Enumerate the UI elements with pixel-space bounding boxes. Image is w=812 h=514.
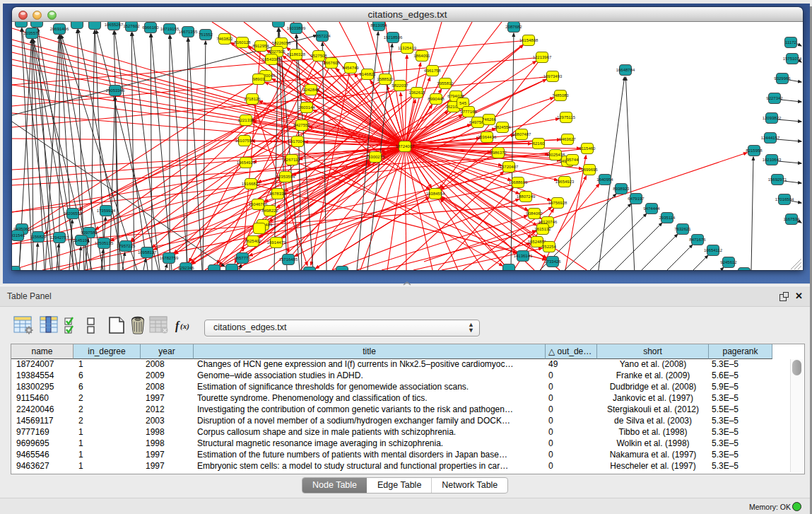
svg-text:10655267: 10655267 <box>105 23 124 27</box>
svg-text:16914479: 16914479 <box>267 240 286 245</box>
svg-text:8498222: 8498222 <box>261 209 278 213</box>
svg-text:1527602: 1527602 <box>123 24 140 28</box>
svg-text:15692971: 15692971 <box>768 177 787 182</box>
svg-text:8813054: 8813054 <box>370 23 387 28</box>
svg-text:2035572: 2035572 <box>23 31 40 35</box>
svg-text:917004: 917004 <box>290 139 305 144</box>
svg-text:1362615: 1362615 <box>408 90 425 95</box>
svg-text:1733426: 1733426 <box>544 259 561 264</box>
svg-text:10210643: 10210643 <box>763 158 782 162</box>
svg-text:1615132: 1615132 <box>534 227 551 231</box>
svg-text:5822037: 5822037 <box>392 83 408 88</box>
svg-text:7986372: 7986372 <box>490 151 507 155</box>
svg-text:7625402: 7625402 <box>245 239 261 243</box>
svg-text:9227342: 9227342 <box>766 96 783 100</box>
svg-text:12213967: 12213967 <box>533 55 552 59</box>
svg-text:16671355: 16671355 <box>179 30 198 34</box>
svg-text:545: 545 <box>459 101 467 105</box>
svg-text:8678334: 8678334 <box>269 192 286 196</box>
svg-text:16033809: 16033809 <box>287 26 306 30</box>
svg-text:8912954: 8912954 <box>252 44 269 48</box>
svg-text:18724007: 18724007 <box>396 144 415 148</box>
svg-text:7485083: 7485083 <box>552 93 569 98</box>
svg-text:9146821: 9146821 <box>359 72 376 76</box>
svg-text:9527508: 9527508 <box>310 54 327 58</box>
svg-text:10973493: 10973493 <box>543 74 563 78</box>
svg-text:16154808: 16154808 <box>519 38 539 42</box>
svg-text:19218506: 19218506 <box>384 35 403 40</box>
svg-text:12975115: 12975115 <box>557 115 576 119</box>
svg-text:8215958: 8215958 <box>746 148 763 153</box>
svg-text:16648784: 16648784 <box>616 68 635 72</box>
svg-text:1588520: 1588520 <box>377 77 394 81</box>
svg-text:8990448: 8990448 <box>428 97 445 101</box>
svg-text:1640954: 1640954 <box>596 177 613 182</box>
svg-text:10688609: 10688609 <box>509 180 528 185</box>
svg-text:12505135: 12505135 <box>95 241 114 245</box>
svg-text:1864091: 1864091 <box>413 54 430 58</box>
svg-text:1221338: 1221338 <box>237 118 254 122</box>
svg-text:62160: 62160 <box>533 141 545 146</box>
svg-text:81186328: 81186328 <box>287 52 306 57</box>
svg-text:931546: 931546 <box>12 233 25 238</box>
svg-text:12353594: 12353594 <box>276 175 295 179</box>
svg-text:17957225: 17957225 <box>117 244 136 248</box>
svg-text:95744: 95744 <box>567 158 579 162</box>
svg-text:10107554: 10107554 <box>235 139 254 143</box>
svg-text:9329966: 9329966 <box>774 76 791 81</box>
svg-text:17359924: 17359924 <box>97 209 116 213</box>
svg-text:f: f <box>175 320 180 332</box>
svg-text:751552: 751552 <box>199 33 213 37</box>
svg-text:7632621: 7632621 <box>674 227 691 231</box>
svg-text:8454749: 8454749 <box>342 66 359 70</box>
svg-text:11325419: 11325419 <box>398 46 417 50</box>
svg-text:10807487: 10807487 <box>512 132 531 136</box>
svg-text:29053346: 29053346 <box>106 88 125 93</box>
svg-text:8938923: 8938923 <box>613 187 630 191</box>
svg-text:20691406: 20691406 <box>50 27 69 31</box>
svg-text:10719155: 10719155 <box>160 27 180 31</box>
svg-text:2667608: 2667608 <box>323 61 340 65</box>
svg-text:8267110: 8267110 <box>284 158 301 162</box>
svg-text:1156829: 1156829 <box>30 235 47 239</box>
svg-text:9777169: 9777169 <box>460 110 477 114</box>
svg-text:3824554: 3824554 <box>494 125 511 129</box>
svg-text:15751074: 15751074 <box>783 57 802 61</box>
svg-text:19384554: 19384554 <box>426 192 445 196</box>
svg-text:14136141: 14136141 <box>514 254 533 258</box>
svg-text:9463627: 9463627 <box>559 137 576 141</box>
svg-text:20206553: 20206553 <box>64 211 83 216</box>
svg-text:2087682: 2087682 <box>505 25 522 29</box>
svg-text:(x): (x) <box>180 322 189 331</box>
svg-text:9242845: 9242845 <box>302 88 319 92</box>
svg-text:11172: 11172 <box>785 40 796 45</box>
svg-text:9657771: 9657771 <box>234 256 251 260</box>
svg-text:9699695: 9699695 <box>581 168 598 172</box>
svg-text:1145194: 1145194 <box>73 238 90 243</box>
svg-text:8160128: 8160128 <box>234 40 251 45</box>
svg-text:16543382: 16543382 <box>262 57 281 62</box>
svg-text:19654923: 19654923 <box>555 180 575 184</box>
svg-text:2718126: 2718126 <box>244 97 261 101</box>
svg-text:20364436: 20364436 <box>478 135 497 139</box>
svg-text:19166827: 19166827 <box>242 182 261 186</box>
svg-text:9327506: 9327506 <box>269 49 286 54</box>
svg-text:6479197: 6479197 <box>628 197 645 201</box>
svg-text:7463822: 7463822 <box>216 37 233 41</box>
svg-text:98903: 98903 <box>253 77 265 81</box>
svg-text:8427552: 8427552 <box>293 123 310 127</box>
svg-text:12444157: 12444157 <box>761 136 780 140</box>
svg-text:9474444: 9474444 <box>643 206 660 211</box>
svg-text:16782759: 16782759 <box>160 256 179 260</box>
svg-text:746266: 746266 <box>482 117 497 122</box>
svg-text:9397586: 9397586 <box>81 230 98 235</box>
svg-text:7955812: 7955812 <box>437 81 454 86</box>
svg-text:19654923: 19654923 <box>237 160 256 165</box>
svg-text:8471676: 8471676 <box>689 238 706 242</box>
svg-text:15716485: 15716485 <box>279 257 298 262</box>
svg-text:10654112: 10654112 <box>704 248 723 252</box>
svg-text:58226058: 58226058 <box>272 41 291 45</box>
svg-text:1167534: 1167534 <box>784 217 801 221</box>
svg-text:6966160: 6966160 <box>142 25 159 30</box>
svg-text:18807249: 18807249 <box>517 194 536 199</box>
